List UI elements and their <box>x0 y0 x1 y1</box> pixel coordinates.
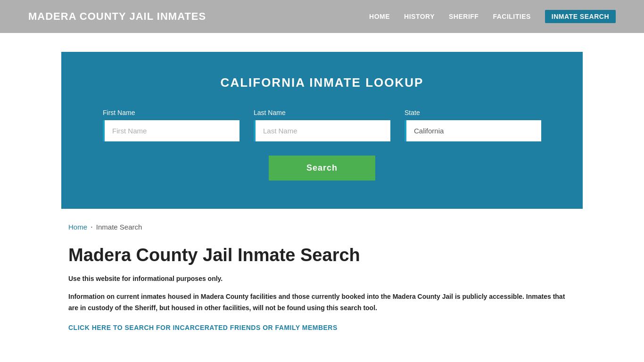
search-form-row: First Name Last Name State <box>90 109 554 141</box>
nav-facilities[interactable]: FACILITIES <box>493 13 530 20</box>
last-name-input[interactable] <box>254 120 390 141</box>
description-text: Information on current inmates housed in… <box>68 291 576 314</box>
nav-home[interactable]: HOME <box>369 13 390 20</box>
breadcrumb: Home • Inmate Search <box>0 209 644 236</box>
search-btn-row: Search <box>90 156 554 181</box>
search-section-title: CALIFORNIA INMATE LOOKUP <box>90 75 554 90</box>
breadcrumb-separator: • <box>91 225 92 229</box>
main-nav: HOME HISTORY SHERIFF FACILITIES INMATE S… <box>369 10 616 23</box>
state-group: State <box>405 109 541 141</box>
state-label: State <box>405 109 541 116</box>
last-name-label: Last Name <box>254 109 390 116</box>
nav-history[interactable]: HISTORY <box>404 13 435 20</box>
page-title: Madera County Jail Inmate Search <box>68 245 576 265</box>
breadcrumb-home-link[interactable]: Home <box>68 223 87 231</box>
search-button[interactable]: Search <box>269 156 375 181</box>
nav-sheriff[interactable]: SHERIFF <box>449 13 479 20</box>
last-name-group: Last Name <box>254 109 390 141</box>
breadcrumb-current-page: Inmate Search <box>96 223 142 231</box>
cta-search-link[interactable]: CLICK HERE to Search for Incarcerated Fr… <box>68 324 338 331</box>
disclaimer-text: Use this website for informational purpo… <box>68 274 576 284</box>
site-header: MADERA COUNTY JAIL INMATES HOME HISTORY … <box>0 0 644 33</box>
nav-inmate-search[interactable]: INMATE SEARCH <box>545 10 616 23</box>
search-section: CALIFORNIA INMATE LOOKUP First Name Last… <box>61 52 583 209</box>
first-name-input[interactable] <box>103 120 239 141</box>
first-name-group: First Name <box>103 109 239 141</box>
site-title: MADERA COUNTY JAIL INMATES <box>28 10 206 23</box>
first-name-label: First Name <box>103 109 239 116</box>
main-content: Madera County Jail Inmate Search Use thi… <box>0 236 644 351</box>
state-input[interactable] <box>405 120 541 141</box>
